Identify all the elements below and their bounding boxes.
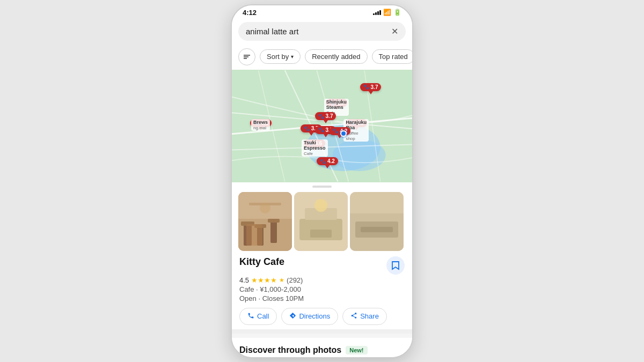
discover-section: Discover through photos New!	[232, 338, 412, 358]
rating-number: 4.5	[239, 276, 249, 284]
call-label: Call	[257, 312, 269, 320]
svg-rect-30	[361, 227, 393, 232]
new-badge: New!	[346, 346, 367, 354]
rating-stars: ★★★★	[251, 276, 277, 284]
top-rated-label: Top rated	[379, 53, 408, 61]
svg-rect-16	[254, 224, 266, 228]
divider	[232, 329, 412, 334]
search-clear-button[interactable]: ✕	[391, 26, 398, 36]
place-type: Cafe · ¥1,000-2,000	[239, 285, 405, 293]
place-name-row: Kitty Cafe	[239, 256, 405, 275]
map-pin-brews[interactable]: 🐾4.6 Brewsng.mal	[250, 119, 272, 130]
top-rated-chip[interactable]: Top rated	[372, 49, 412, 64]
map-pin-shinjuku-steams[interactable]: 🐾4.3 Shinjuku SteamsCafe	[326, 99, 347, 110]
sort-by-label: Sort by	[267, 53, 289, 61]
directions-icon	[289, 312, 296, 321]
sort-icon-button[interactable]	[238, 48, 255, 65]
save-button[interactable]	[386, 256, 405, 275]
drag-handle[interactable]	[232, 182, 412, 189]
call-icon	[247, 312, 254, 321]
review-count: (292)	[287, 276, 303, 284]
place-card: Kitty Cafe 4.5 ★★★★★ (292) Cafe · ¥1,000…	[232, 189, 412, 329]
recently-added-chip[interactable]: Recently added	[305, 49, 367, 64]
directions-label: Directions	[299, 312, 330, 320]
recently-added-label: Recently added	[312, 53, 360, 61]
status-icons: 📶 🔋	[373, 9, 401, 16]
signal-icon	[373, 10, 381, 15]
discover-title-row: Discover through photos New!	[239, 345, 405, 355]
rating-row: 4.5 ★★★★★ (292)	[239, 276, 405, 284]
share-icon	[350, 312, 357, 321]
battery-icon: 🔋	[393, 9, 401, 16]
svg-rect-17	[270, 221, 277, 243]
rating-half-star: ★	[279, 277, 284, 284]
search-input[interactable]	[246, 27, 387, 36]
search-bar: ✕	[238, 22, 406, 41]
svg-point-21	[260, 203, 270, 213]
map-pin-3.7-midleft[interactable]: 🐾3.7	[315, 112, 336, 123]
place-status: Open · Closes 10PM	[239, 294, 405, 302]
share-button[interactable]: Share	[342, 308, 387, 325]
map-area[interactable]: 🐾3.7 🐾4.3 Shinjuku SteamsCafe 🐾3.7 🐾4.6 …	[232, 70, 412, 182]
status-time: 4:12	[243, 9, 257, 17]
sort-chevron-icon: ▾	[291, 54, 294, 60]
place-photo-3[interactable]	[350, 192, 404, 251]
directions-button[interactable]: Directions	[281, 308, 338, 325]
action-row: Call Directions	[239, 308, 405, 325]
discover-title: Discover through photos	[239, 345, 341, 355]
svg-rect-26	[310, 230, 332, 238]
open-status: Open	[239, 294, 257, 302]
map-pin-3.7-topright[interactable]: 🐾3.7	[360, 83, 382, 94]
map-pin-4.2-bottom[interactable]: 🐾4.2	[317, 157, 338, 168]
search-bar-wrap: ✕	[232, 18, 412, 45]
close-time: · Closes 10PM	[258, 294, 304, 302]
call-button[interactable]: Call	[239, 308, 277, 325]
place-photo-1[interactable]	[238, 192, 292, 251]
photo-strip	[232, 189, 412, 251]
svg-rect-18	[268, 219, 280, 223]
content-scroll: ✕ Sort by ▾ Recently added Top rated	[232, 18, 412, 358]
svg-rect-13	[244, 224, 252, 246]
svg-point-25	[314, 199, 327, 212]
phone-frame: 4:12 📶 🔋 ✕	[231, 4, 413, 358]
wifi-icon: 📶	[383, 9, 391, 16]
drag-handle-bar	[312, 186, 332, 188]
filter-row: Sort by ▾ Recently added Top rated	[232, 45, 412, 70]
status-bar: 4:12 📶 🔋	[232, 5, 412, 18]
user-location-dot	[340, 130, 347, 137]
svg-rect-14	[241, 221, 254, 226]
share-label: Share	[360, 312, 379, 320]
sort-by-chip[interactable]: Sort by ▾	[260, 49, 301, 64]
place-name: Kitty Cafe	[239, 256, 284, 268]
place-photo-2[interactable]	[294, 192, 348, 251]
place-info: Kitty Cafe 4.5 ★★★★★ (292) Cafe · ¥1,000…	[232, 251, 412, 329]
svg-rect-15	[257, 227, 264, 246]
map-pin-tsuki-espresso[interactable]: 🐾4.6 Tsuki EspressoCafe	[304, 139, 325, 151]
